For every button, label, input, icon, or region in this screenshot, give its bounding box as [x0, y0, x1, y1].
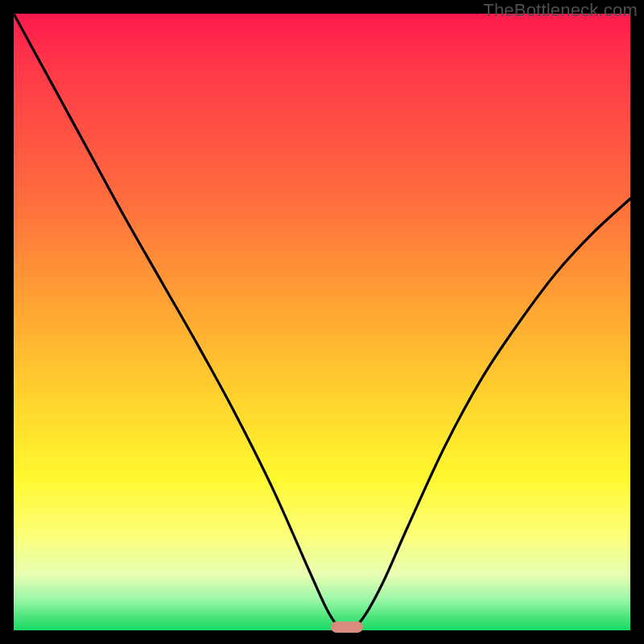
minimum-marker — [331, 621, 363, 633]
watermark-text: TheBottleneck.com — [483, 0, 638, 21]
chart-frame: TheBottleneck.com — [0, 0, 644, 644]
plot-area — [14, 14, 630, 630]
